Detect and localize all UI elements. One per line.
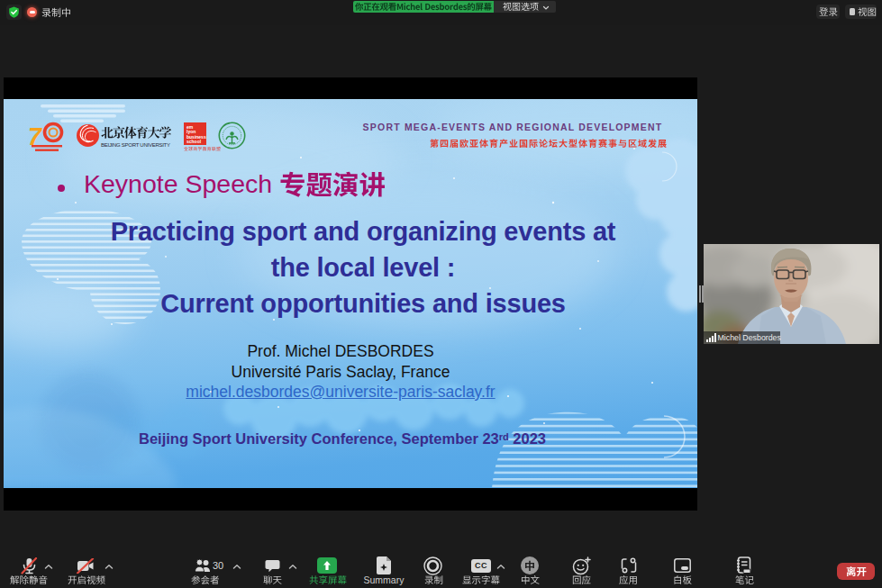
svg-text:BEIJING SPORT UNIVERSITY: BEIJING SPORT UNIVERSITY: [101, 142, 170, 148]
